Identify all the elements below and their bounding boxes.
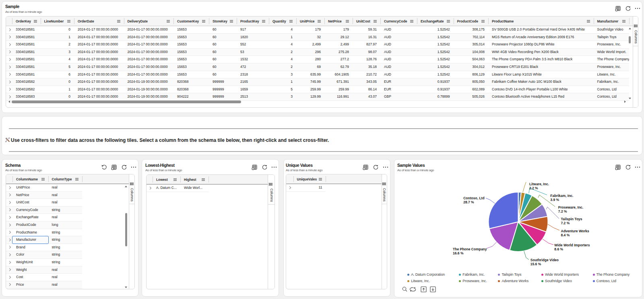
svg-text:Adventure Works: Adventure Works — [561, 229, 589, 233]
svg-text:Proseware, Inc.: Proseware, Inc. — [558, 205, 583, 209]
svg-text:Wide World Importers: Wide World Importers — [554, 243, 590, 247]
svg-text:Tailspin Toys: Tailspin Toys — [561, 217, 582, 221]
svg-text:3.9 %: 3.9 % — [550, 198, 559, 202]
svg-text:28.7 %: 28.7 % — [463, 200, 474, 204]
svg-text:15.6 %: 15.6 % — [530, 262, 541, 266]
svg-text:7.2 %: 7.2 % — [561, 221, 570, 225]
svg-text:2.2 %: 2.2 % — [529, 186, 538, 190]
svg-text:16.6 %: 16.6 % — [453, 251, 464, 255]
svg-text:The Phone Company: The Phone Company — [453, 247, 487, 251]
svg-text:Contoso, Ltd: Contoso, Ltd — [463, 196, 484, 200]
svg-text:7.2 %: 7.2 % — [558, 209, 567, 213]
svg-text:Litware, Inc.: Litware, Inc. — [529, 182, 549, 186]
svg-text:Fabrikam, Inc.: Fabrikam, Inc. — [550, 194, 573, 198]
svg-text:8.6 %: 8.6 % — [554, 247, 563, 251]
svg-text:8.4 %: 8.4 % — [561, 233, 570, 237]
svg-text:Southridge Video: Southridge Video — [530, 258, 559, 262]
